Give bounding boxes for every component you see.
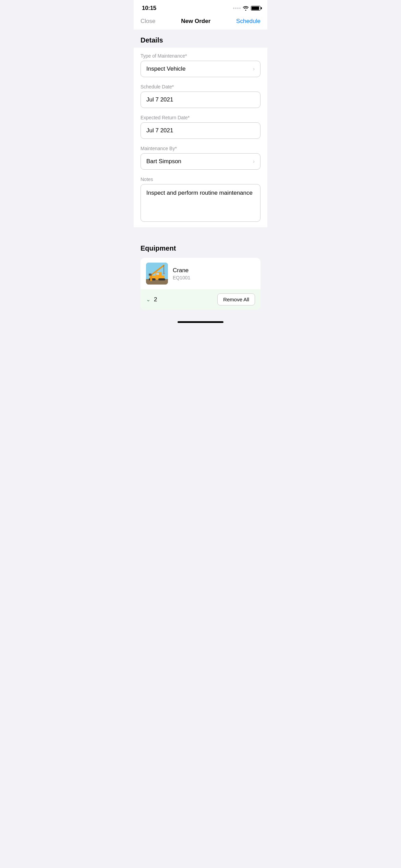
remove-all-button[interactable]: Remove All [217,293,255,305]
expected-return-date-value: Jul 7 2021 [146,127,173,134]
count-value: 2 [154,296,157,303]
equipment-image [146,263,168,285]
notes-value: Inspect and perform routine maintenance [146,190,253,196]
equipment-card-footer: ⌄ 2 Remove All [141,289,260,310]
maintenance-by-group: Maintenance By* Bart Simpson › [141,146,260,170]
schedule-date-group: Schedule Date* Jul 7 2021 [141,84,260,108]
type-of-maintenance-group: Type of Maintenance* Inspect Vehicle › [141,53,260,77]
schedule-date-value: Jul 7 2021 [146,96,173,103]
chevron-right-icon: › [253,158,255,165]
equipment-name: Crane [173,267,255,274]
status-bar: 10:15 [134,0,267,14]
notes-group: Notes Inspect and perform routine mainte… [141,177,260,222]
svg-rect-10 [163,273,165,274]
chevron-right-icon: › [253,66,255,72]
home-indicator-bar [178,321,223,323]
maintenance-by-input[interactable]: Bart Simpson › [141,153,260,170]
form-area: Type of Maintenance* Inspect Vehicle › S… [134,48,267,227]
crane-illustration [146,263,168,285]
equipment-card: Crane EQ1001 ⌄ 2 Remove All [141,258,260,310]
svg-rect-4 [158,278,165,280]
svg-rect-6 [156,273,159,275]
equipment-card-header: Crane EQ1001 [141,258,260,289]
page-title: New Order [181,18,210,25]
maintenance-by-label: Maintenance By* [141,146,260,151]
equipment-section: Equipment [134,238,267,318]
section-divider [134,227,267,238]
chevron-down-icon[interactable]: ⌄ [146,296,150,303]
wifi-icon [243,6,249,11]
home-indicator-area [134,318,267,325]
schedule-date-label: Schedule Date* [141,84,260,89]
equipment-card-wrapper: Crane EQ1001 ⌄ 2 Remove All [141,258,260,310]
equipment-id: EQ1001 [173,275,255,280]
type-of-maintenance-label: Type of Maintenance* [141,53,260,59]
details-title: Details [141,36,163,44]
svg-rect-11 [149,274,151,276]
svg-rect-7 [150,275,152,281]
details-section-header: Details [134,29,267,48]
equipment-title: Equipment [141,244,176,252]
notes-label: Notes [141,177,260,182]
close-button[interactable]: Close [141,18,155,25]
maintenance-by-value: Bart Simpson [146,158,181,165]
schedule-date-input[interactable]: Jul 7 2021 [141,92,260,108]
notes-input[interactable]: Inspect and perform routine maintenance [141,184,260,222]
expected-return-date-group: Expected Return Date* Jul 7 2021 [141,115,260,139]
status-icons [233,6,260,11]
schedule-button[interactable]: Schedule [236,18,260,25]
expected-return-date-input[interactable]: Jul 7 2021 [141,122,260,139]
equipment-count: ⌄ 2 [146,296,157,303]
status-time: 10:15 [142,5,156,12]
battery-icon [251,6,260,11]
signal-icon [233,8,241,9]
type-of-maintenance-input[interactable]: Inspect Vehicle › [141,61,260,77]
equipment-info: Crane EQ1001 [173,267,255,280]
type-of-maintenance-value: Inspect Vehicle [146,65,185,72]
expected-return-date-label: Expected Return Date* [141,115,260,120]
nav-bar: Close New Order Schedule [134,14,267,29]
